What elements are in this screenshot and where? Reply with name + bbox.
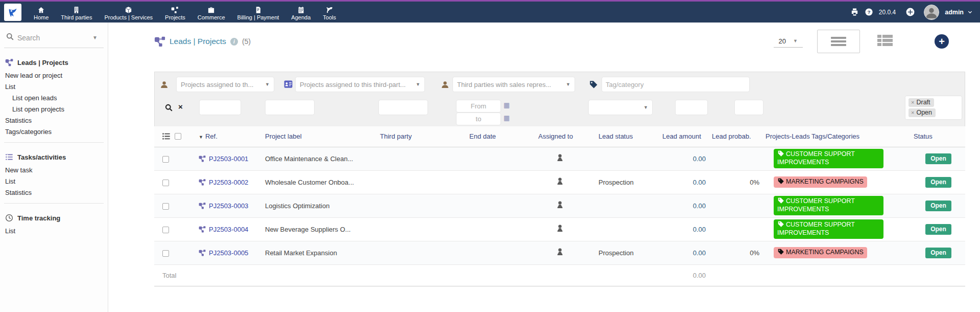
sidebar-item-statistics[interactable]: Statistics [4,115,104,126]
search-input[interactable] [17,34,89,42]
sidebar-item-list[interactable]: List [4,81,104,92]
row-select-checkbox[interactable] [162,227,169,233]
top-menu-commerce[interactable]: Commerce [197,4,226,23]
clear-filters-icon[interactable]: × [178,102,183,111]
lead-probab-filter-input[interactable] [735,100,763,115]
row-select-checkbox[interactable] [162,156,169,163]
assigned-user-filter[interactable]: Projects assigned to th...▼ [177,77,274,92]
select-column-header [154,126,197,147]
column-header-assigned-to[interactable]: Assigned to [536,126,596,147]
sidebar-item-list-open-projects[interactable]: List open projects [4,103,104,115]
column-header-lead-amount[interactable]: Lead amount [660,126,710,147]
sidebar-item-list-open-leads[interactable]: List open leads [4,92,104,103]
top-menu-projects[interactable]: Projects [164,4,186,23]
date-to-input[interactable] [457,113,500,125]
app-logo[interactable] [4,4,21,21]
search-scope-caret-icon[interactable]: ▼ [92,35,98,40]
date-from-input[interactable] [457,100,500,112]
top-menu-home[interactable]: Home [33,4,50,23]
sidebar-section-tasks-activities[interactable]: Tasks/activities [4,151,104,164]
quick-add-icon[interactable] [905,7,915,17]
end-date-cell [467,170,536,194]
status-chip-draft[interactable]: ×Draft [909,98,934,107]
calendar-icon[interactable]: ▦ [504,101,510,109]
help-icon[interactable]: ? [865,8,873,16]
sidebar-item-statistics[interactable]: Statistics [4,187,104,198]
kanban-view-button[interactable] [877,34,893,49]
column-header-status[interactable]: Status [912,126,965,147]
sidebar-item-tags-categories[interactable]: Tags/categories [4,126,104,137]
assigned-thirdparty-filter[interactable]: Projects assigned to this third-part...▼ [296,77,424,92]
assigned-to-cell [536,217,596,241]
sidebar-item-list[interactable]: List [4,175,104,187]
project-icon [199,226,206,233]
left-sidebar: ▼ Leads | ProjectsNew lead or projectLis… [0,23,108,312]
project-ref-link[interactable]: PJ2503-0002 [209,179,248,186]
ref-filter-input[interactable] [200,100,241,115]
chevron-down-icon[interactable] [967,9,973,15]
user-icon [441,80,449,91]
sidebar-item-new-task[interactable]: New task [4,164,104,175]
status-filter-multiselect[interactable]: ×Draft×Open [905,96,962,119]
search-submit-icon[interactable] [165,104,173,114]
row-select-checkbox[interactable] [162,250,169,257]
top-menu-billing-payment[interactable]: Billing | Payment [236,4,280,23]
assigned-to-cell [536,147,596,170]
calendar-icon[interactable]: ▦ [504,114,510,122]
end-date-cell [467,217,536,241]
page-size-select[interactable]: 20 ▼ [774,36,803,48]
column-header-lead-status[interactable]: Lead status [596,126,660,147]
top-menu-agenda[interactable]: Agenda [290,4,312,23]
lead-amount-filter-input[interactable] [676,100,707,115]
total-label: Total [154,264,263,286]
info-icon[interactable]: i [230,38,238,46]
end-date-cell [467,241,536,264]
column-header-project-label[interactable]: Project label [263,126,378,147]
third-party-cell [378,147,467,170]
list-view-button[interactable] [817,30,860,53]
assigned-to-cell [536,194,596,217]
column-header-third-party[interactable]: Third party [378,126,467,147]
sidebar-item-list[interactable]: List [4,225,104,236]
project-ref-link[interactable]: PJ2503-0003 [209,202,248,210]
status-badge: Open [925,248,951,258]
row-select-checkbox[interactable] [162,203,169,210]
remove-chip-icon[interactable]: × [911,109,914,116]
project-ref-link[interactable]: PJ2503-0005 [209,249,248,257]
select-all-checkbox[interactable] [175,133,181,140]
lead-status-filter[interactable]: ▼ [589,100,652,115]
avatar[interactable] [924,5,939,20]
project-ref-link[interactable]: PJ2503-0001 [209,155,248,163]
box-icon [125,6,132,14]
top-menu-label: Billing | Payment [237,14,279,20]
row-select-checkbox[interactable] [162,180,169,186]
sidebar-section-leads-projects[interactable]: Leads | Projects [4,56,104,70]
label-filter-input[interactable] [266,100,314,115]
create-new-button[interactable]: + [935,34,949,49]
user-menu[interactable]: admin [945,9,964,16]
page-size-value: 20 [779,37,786,45]
category-tag: MARKETING CAMPAIGNS [774,176,867,188]
column-header-end-date[interactable]: End date [467,126,536,147]
top-menu-products-services[interactable]: Products | Services [103,4,154,23]
top-menu-tools[interactable]: Tools [322,4,337,23]
column-header-ref-[interactable]: ▼Ref. [197,126,263,147]
column-header-projects-leads-tags-categories[interactable]: Projects-Leads Tags/Categories [763,126,912,147]
sidebar-section-time-tracking[interactable]: Time tracking [4,212,104,225]
status-badge: Open [925,177,951,188]
thirdparty-filter-input[interactable] [379,100,427,115]
project-ref-link[interactable]: PJ2503-0004 [209,226,248,233]
tag-category-input[interactable] [602,77,749,92]
lead-probab-cell [710,194,763,217]
top-menu-third-parties[interactable]: Third parties [60,4,93,23]
tag-icon [589,80,598,91]
remove-chip-icon[interactable]: × [911,99,914,105]
status-chip-open[interactable]: ×Open [909,108,936,117]
sidebar-item-new-lead-or-project[interactable]: New lead or project [4,70,104,81]
columns-selector-icon[interactable] [162,133,170,140]
top-menu-label: Products | Services [104,14,153,20]
column-header-lead-probab-[interactable]: Lead probab. [710,126,763,147]
sales-rep-filter[interactable]: Third parties with sales repres...▼ [453,77,575,92]
print-icon[interactable] [850,8,859,16]
project-label: Wholesale Customer Onboa... [263,170,378,194]
